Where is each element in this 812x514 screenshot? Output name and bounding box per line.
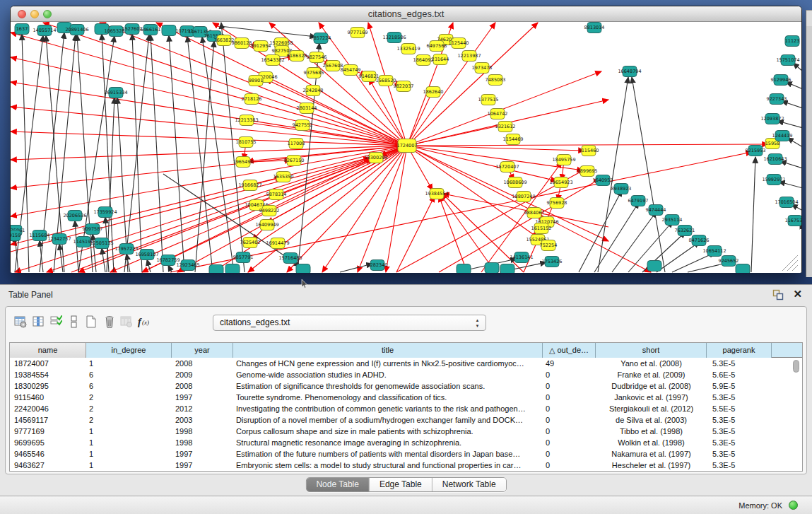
graph-node[interactable] [243, 238, 257, 248]
graph-node[interactable] [52, 234, 66, 245]
graph-node[interactable] [557, 155, 571, 165]
graph-node[interactable] [249, 76, 263, 86]
float-panel-icon[interactable] [772, 289, 784, 300]
table-row[interactable]: 1938455462009Genome-wide association stu… [10, 369, 802, 380]
column-header-short[interactable]: short [596, 343, 707, 358]
graph-node[interactable] [500, 264, 514, 274]
close-panel-icon[interactable]: ✕ [793, 288, 802, 300]
graph-node[interactable] [235, 38, 249, 49]
graph-node[interactable] [781, 55, 795, 66]
graph-node[interactable] [95, 24, 109, 35]
column-header-year[interactable]: year [172, 343, 233, 358]
graph-node[interactable] [416, 55, 430, 66]
graph-node[interactable] [767, 175, 781, 185]
graph-node[interactable] [488, 75, 502, 86]
graph-node[interactable] [209, 265, 223, 274]
graph-node[interactable] [225, 264, 240, 274]
graph-node[interactable] [369, 153, 383, 163]
graph-node[interactable] [517, 192, 531, 202]
graph-node[interactable] [485, 263, 499, 274]
vertical-scrollbar[interactable] [793, 360, 801, 459]
graph-node[interactable] [462, 51, 476, 62]
minimize-window-icon[interactable] [30, 10, 39, 18]
graph-node[interactable] [506, 134, 520, 145]
table-row[interactable]: 1830029562008Estimation of significance … [10, 380, 802, 392]
graph-node[interactable] [119, 244, 134, 255]
graph-node[interactable] [351, 28, 365, 38]
graph-node[interactable] [631, 196, 645, 206]
graph-node[interactable] [788, 216, 801, 226]
graph-node[interactable] [161, 255, 175, 266]
graph-node[interactable] [527, 208, 541, 218]
graph-node[interactable] [180, 26, 194, 37]
graph-node[interactable] [508, 177, 522, 188]
graph-node[interactable] [217, 35, 231, 46]
graph-node[interactable] [765, 114, 779, 124]
table-settings-icon[interactable] [13, 314, 28, 331]
scrollbar-thumb[interactable] [793, 360, 799, 373]
graph-node[interactable] [587, 23, 601, 33]
graph-node[interactable] [426, 87, 440, 98]
graph-node[interactable] [95, 238, 109, 249]
graph-node[interactable] [307, 68, 321, 78]
column-header-out-degree[interactable]: △ out_de… [543, 343, 596, 358]
column-header-title[interactable]: title [233, 343, 543, 358]
tab-node-table[interactable]: Node Table [306, 478, 370, 491]
graph-node[interactable] [300, 103, 314, 114]
graph-node[interactable] [452, 38, 466, 49]
graph-node[interactable] [430, 41, 444, 52]
graph-node[interactable] [143, 25, 158, 35]
graph-node[interactable] [98, 207, 112, 218]
network-window-titlebar[interactable]: citations_edges.txt [11, 6, 801, 22]
graph-node[interactable] [276, 172, 290, 182]
graph-node[interactable] [260, 220, 274, 230]
graph-node[interactable] [554, 177, 568, 188]
graph-node[interactable] [239, 137, 253, 148]
select-columns-icon[interactable] [31, 314, 47, 331]
graph-node[interactable] [580, 166, 594, 177]
graph-node[interactable] [707, 246, 722, 257]
graph-node[interactable] [162, 25, 176, 36]
graph-node[interactable] [649, 205, 663, 216]
graph-node[interactable] [623, 66, 637, 77]
graph-node[interactable] [314, 33, 328, 44]
graph-node[interactable] [481, 95, 495, 105]
graph-node[interactable] [295, 120, 310, 131]
graph-node[interactable] [287, 156, 301, 166]
table-row[interactable]: 946362711997Embryonic stem cells: a mode… [10, 460, 802, 471]
graph-node[interactable] [11, 230, 20, 241]
graph-node[interactable] [289, 139, 303, 149]
graph-node[interactable] [243, 180, 257, 191]
graph-node[interactable] [398, 139, 416, 153]
graph-node[interactable] [692, 235, 706, 246]
graph-node[interactable] [582, 146, 596, 156]
column-header-in-degree[interactable]: in_degree [86, 343, 172, 358]
graph-node[interactable] [296, 264, 310, 274]
graph-node[interactable] [140, 250, 154, 260]
graph-node[interactable] [283, 253, 298, 264]
graph-node[interactable] [310, 52, 324, 63]
graph-node[interactable] [457, 264, 471, 274]
graph-node[interactable] [678, 226, 692, 236]
graph-node[interactable] [236, 252, 250, 263]
graph-node[interactable] [70, 25, 84, 35]
graph-node[interactable] [109, 88, 123, 98]
background-window-edge[interactable] [806, 10, 812, 277]
graph-node[interactable] [236, 157, 250, 168]
graph-node[interactable] [269, 189, 283, 200]
graph-node[interactable] [109, 26, 123, 37]
graph-node[interactable] [86, 224, 100, 235]
graph-node[interactable] [770, 94, 784, 105]
tab-network-table[interactable]: Network Table [433, 478, 506, 491]
graph-node[interactable] [290, 51, 304, 62]
table-row[interactable]: 911546021997Tourette syndrome. Phenomeno… [10, 392, 802, 403]
graph-node[interactable] [379, 76, 393, 86]
graph-node[interactable] [541, 240, 555, 251]
graph-node[interactable] [15, 24, 29, 35]
column-header-pagerank[interactable]: pagerank [707, 343, 772, 358]
graph-node[interactable] [534, 223, 548, 234]
graph-node[interactable] [614, 184, 628, 194]
graph-node[interactable] [490, 109, 505, 119]
column-header-name[interactable]: name [10, 343, 86, 358]
graph-node[interactable] [254, 41, 268, 52]
